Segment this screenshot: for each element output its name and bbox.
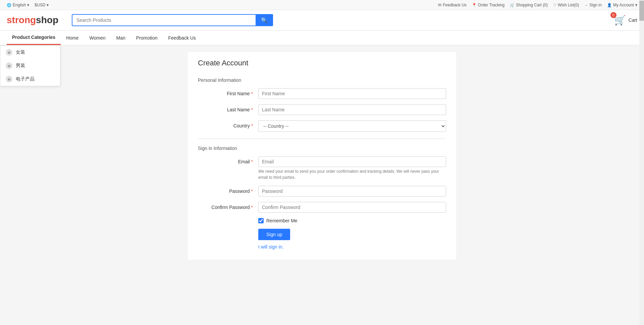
section-divider	[198, 139, 446, 139]
heart-icon	[553, 3, 556, 7]
nav-item-product-categories[interactable]: Product Categories	[7, 31, 61, 45]
cat-icon-nanzhuang: ⊗	[6, 62, 12, 69]
my-account-link[interactable]: My Account ▾	[607, 3, 637, 7]
first-name-label: First Name *	[198, 88, 258, 96]
nav-item-women[interactable]: Women	[84, 31, 111, 45]
cat-icon-electronics: ⊗	[6, 76, 12, 83]
email-input[interactable]	[258, 156, 446, 167]
last-name-group: Last Name *	[198, 104, 446, 115]
password-group: Password *	[198, 186, 446, 197]
location-icon	[472, 3, 477, 7]
cat-label-electronics: 电子产品	[16, 76, 35, 82]
language-selector[interactable]: English ▾	[7, 3, 29, 7]
confirm-password-required: *	[251, 205, 253, 210]
first-name-input[interactable]	[258, 88, 446, 99]
search-button[interactable]: 🔍	[256, 14, 273, 26]
category-dropdown: ⊗ 女装 ⊗ 男装 ⊗ 电子产品	[0, 45, 60, 86]
search-input[interactable]	[72, 14, 256, 26]
feedback-link[interactable]: ✉ Feedback Us	[438, 3, 467, 7]
top-bar-right: ✉ Feedback Us Order Tracking Shopping Ca…	[438, 3, 637, 7]
sign-in-link[interactable]: Sign in	[584, 3, 602, 7]
account-dropdown-icon: ▾	[635, 3, 637, 7]
email-group: Email * We need your email to send you y…	[198, 156, 446, 180]
remember-me-row: Remember Me	[258, 218, 446, 223]
password-input[interactable]	[258, 186, 446, 197]
email-hint: We need your email to send you your orde…	[258, 168, 446, 180]
currency-dropdown-icon: ▾	[47, 3, 49, 7]
email-field-group: We need your email to send you your orde…	[258, 156, 446, 180]
cat-label-nuzhuang: 女装	[16, 49, 25, 55]
logo-shop: shop	[36, 15, 58, 25]
main-content: Create Account Personal Information Firs…	[188, 52, 456, 260]
shopping-cart-link[interactable]: Shopping Cart (0)	[510, 3, 548, 7]
signin-arrow-icon	[584, 3, 588, 7]
email-required: *	[251, 159, 253, 164]
confirm-password-label: Confirm Password *	[198, 202, 258, 210]
language-label: English	[13, 3, 26, 7]
country-group: Country * -- Country -- United States Ch…	[198, 120, 446, 132]
header: strongshop 🔍 0 🛒 Cart	[0, 10, 644, 31]
logo[interactable]: strongshop	[7, 15, 58, 25]
first-name-required: *	[251, 91, 253, 96]
country-required: *	[251, 123, 253, 128]
cart-count-badge: 0	[610, 12, 616, 18]
last-name-required: *	[251, 107, 253, 112]
language-dropdown-icon: ▾	[27, 3, 29, 7]
country-label: Country *	[198, 120, 258, 128]
globe-icon	[7, 3, 11, 7]
password-label: Password *	[198, 186, 258, 194]
last-name-label: Last Name *	[198, 104, 258, 112]
category-item-nanzhuang[interactable]: ⊗ 男装	[0, 59, 60, 72]
cart-label: Cart	[629, 17, 637, 23]
logo-strong: strong	[7, 15, 36, 25]
top-bar: English ▾ $USD ▾ ✉ Feedback Us Order Tra…	[0, 0, 644, 10]
cat-icon-nuzhuang: ⊗	[6, 49, 12, 56]
currency-label: $USD	[35, 3, 45, 7]
search-container: 🔍	[72, 14, 273, 26]
password-required: *	[251, 188, 253, 194]
signin-section-title: Sign in Information	[198, 146, 446, 151]
scrollbar-thumb[interactable]	[639, 1, 644, 21]
order-tracking-link[interactable]: Order Tracking	[472, 3, 504, 7]
nav-item-home[interactable]: Home	[61, 31, 84, 45]
cart-header[interactable]: 0 🛒 Cart	[614, 15, 637, 26]
email-label: Email *	[198, 156, 258, 164]
remember-me-label: Remember Me	[266, 218, 298, 223]
top-bar-left: English ▾ $USD ▾	[7, 3, 49, 7]
cart-icon-small	[510, 3, 515, 7]
signup-button[interactable]: Sign up	[258, 229, 290, 240]
remember-me-checkbox[interactable]	[258, 218, 264, 223]
nav-item-feedback[interactable]: Feedback Us	[163, 31, 201, 45]
nav-item-man[interactable]: Man	[111, 31, 130, 45]
personal-section-title: Personal Information	[198, 77, 446, 83]
feedback-icon: ✉	[438, 3, 441, 7]
user-icon	[607, 3, 612, 7]
page-title: Create Account	[198, 59, 446, 71]
nav-item-promotion[interactable]: Promotion	[131, 31, 163, 45]
wish-list-link[interactable]: Wish List(0)	[553, 3, 579, 7]
signin-link[interactable]: I will sign in.	[258, 244, 446, 250]
last-name-input[interactable]	[258, 104, 446, 115]
currency-selector[interactable]: $USD ▾	[35, 3, 49, 7]
confirm-password-group: Confirm Password *	[198, 202, 446, 213]
category-item-electronics[interactable]: ⊗ 电子产品	[0, 72, 60, 86]
scrollbar[interactable]	[639, 0, 644, 266]
nav-bar: Product Categories Home Women Man Promot…	[0, 31, 644, 45]
category-item-nuzhuang[interactable]: ⊗ 女装	[0, 46, 60, 59]
country-select[interactable]: -- Country -- United States China United…	[258, 120, 446, 132]
first-name-group: First Name *	[198, 88, 446, 99]
confirm-password-input[interactable]	[258, 202, 446, 213]
cat-label-nanzhuang: 男装	[16, 63, 25, 69]
